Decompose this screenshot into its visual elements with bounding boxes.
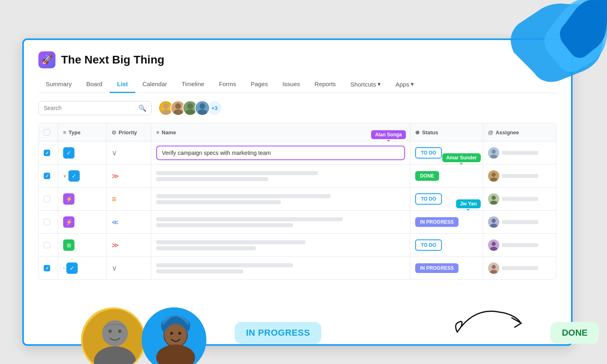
tab-calendar[interactable]: Calendar	[135, 76, 174, 93]
task-table: ≡ Type ⊙ Priority ≡ Name ⊕ Status @ Assi…	[38, 123, 556, 280]
row1-checkbox[interactable]	[44, 150, 50, 156]
svg-point-4	[187, 103, 193, 109]
rocket-icon: 🚀	[42, 55, 53, 65]
row6-priority-down-icon: ∨	[112, 264, 117, 273]
toolbar: 🔍 +3	[24, 93, 571, 123]
col-assignee: @ Assignee	[483, 124, 556, 141]
svg-point-7	[197, 110, 207, 116]
row1-name-cell[interactable]: Alan Songa	[151, 142, 410, 164]
row6-type-cell: › ✓	[58, 257, 107, 279]
row1-priority-cell: ∨	[107, 142, 151, 164]
svg-point-24	[492, 265, 496, 269]
app-title-row: 🚀 The Next Big Thing	[38, 51, 556, 68]
row5-type-feature: ⊞	[63, 239, 74, 251]
row1-assignee-label	[502, 151, 538, 155]
app-icon: 🚀	[38, 51, 55, 68]
row6-expand-icon[interactable]: ›	[63, 265, 65, 271]
row4-status-badge[interactable]: IN PROGRESS	[415, 217, 458, 227]
arrow-decoration	[449, 300, 530, 342]
search-box[interactable]: 🔍	[38, 101, 152, 115]
search-icon: 🔍	[138, 104, 146, 112]
row4-tooltip-jie: Jie Yan	[456, 199, 481, 208]
avatars-row: +3	[158, 100, 222, 116]
svg-point-12	[492, 173, 496, 177]
svg-point-30	[118, 330, 121, 333]
nav-tabs: Summary Board List Calendar Timeline For…	[38, 76, 556, 93]
row4-checkbox-cell	[39, 211, 58, 233]
row3-priority-cell: ≡	[107, 188, 151, 210]
row6-checkbox-cell	[39, 257, 58, 279]
row4-assignee-cell	[483, 211, 556, 233]
tab-apps[interactable]: Apps ▾	[388, 76, 421, 93]
svg-point-5	[185, 110, 195, 116]
inprogress-overlay-badge: IN PROGRESS	[235, 322, 321, 344]
tab-pages[interactable]: Pages	[243, 76, 275, 93]
row1-status-badge[interactable]: TO DO	[415, 147, 442, 159]
tab-list[interactable]: List	[110, 76, 135, 93]
row6-checkbox[interactable]	[44, 265, 50, 271]
row1-type-cell: ✓	[58, 142, 107, 164]
done-overlay-badge: DONE	[550, 322, 599, 344]
row2-checkbox[interactable]	[44, 173, 50, 179]
table-row: ∨ ✓ ≫ DONE Amar Sunder	[39, 165, 556, 188]
avatar-4	[195, 100, 210, 116]
row2-name-line1	[156, 171, 318, 175]
row6-status-badge[interactable]: IN PROGRESS	[415, 263, 458, 273]
tab-reports[interactable]: Reports	[307, 76, 343, 93]
row3-type-story: ⚡	[63, 193, 74, 205]
corner-decoration	[510, 0, 607, 89]
row5-name-line1	[156, 240, 306, 244]
row5-checkbox[interactable]	[44, 242, 50, 248]
row5-assignee-avatar	[488, 239, 499, 251]
svg-point-0	[163, 103, 169, 109]
search-input[interactable]	[44, 105, 135, 111]
row2-checkbox-cell	[39, 165, 58, 187]
row6-assignee-cell	[483, 257, 556, 279]
svg-point-37	[178, 332, 181, 335]
type-icon: ≡	[63, 129, 66, 135]
tab-timeline[interactable]: Timeline	[174, 76, 212, 93]
select-all-checkbox[interactable]	[44, 129, 50, 135]
row2-assignee-label	[502, 174, 538, 178]
row2-status-badge[interactable]: DONE	[415, 171, 439, 181]
row1-tooltip-alan: Alan Songa	[371, 130, 406, 139]
row2-priority-high-icon: ≫	[112, 172, 119, 180]
row4-checkbox[interactable]	[44, 219, 50, 225]
app-header: 🚀 The Next Big Thing Summary Board List …	[24, 40, 571, 93]
svg-point-3	[173, 110, 183, 116]
row1-assignee-cell	[483, 142, 556, 164]
tab-summary[interactable]: Summary	[38, 76, 79, 93]
row2-assignee-avatar	[488, 170, 499, 182]
row3-name-line1	[156, 194, 331, 198]
col-checkbox	[39, 123, 58, 141]
table-row: ⚡ ≪ IN PROGRESS Jie Yan	[39, 211, 556, 234]
row1-name-input[interactable]	[156, 146, 405, 160]
row3-checkbox[interactable]	[44, 196, 50, 202]
tab-shortcuts[interactable]: Shortcuts ▾	[343, 76, 388, 93]
task-checkmark-icon: ✓	[72, 173, 76, 179]
row3-status-badge[interactable]: TO DO	[415, 193, 442, 205]
row2-status-cell: DONE Amar Sunder	[410, 165, 483, 187]
tab-board[interactable]: Board	[79, 76, 110, 93]
task-checkmark-icon: ✓	[70, 265, 74, 271]
tab-issues[interactable]: Issues	[275, 76, 307, 93]
tab-forms[interactable]: Forms	[212, 76, 244, 93]
svg-point-2	[175, 103, 181, 109]
col-status: ⊕ Status	[410, 124, 483, 141]
svg-point-36	[170, 332, 173, 335]
row4-type-story: ⚡	[63, 216, 74, 228]
row1-checkbox-cell	[39, 142, 58, 164]
chevron-down-icon: ▾	[411, 80, 414, 88]
chevron-down-icon: ▾	[378, 80, 381, 88]
table-header: ≡ Type ⊙ Priority ≡ Name ⊕ Status @ Assi…	[39, 123, 556, 142]
table-row: ⊞ ≫ TO DO	[39, 234, 556, 257]
row3-assignee-cell	[483, 188, 556, 210]
row5-status-badge[interactable]: TO DO	[415, 239, 442, 251]
col-priority: ⊙ Priority	[107, 124, 151, 141]
svg-point-9	[492, 150, 496, 154]
row1-assignee-avatar	[488, 147, 499, 159]
row6-name-line2	[156, 269, 243, 273]
table-row: › ✓ ∨ IN PROGRESS	[39, 257, 556, 279]
row2-expand-icon[interactable]: ∨	[63, 173, 67, 179]
col-type: ≡ Type	[58, 124, 107, 141]
